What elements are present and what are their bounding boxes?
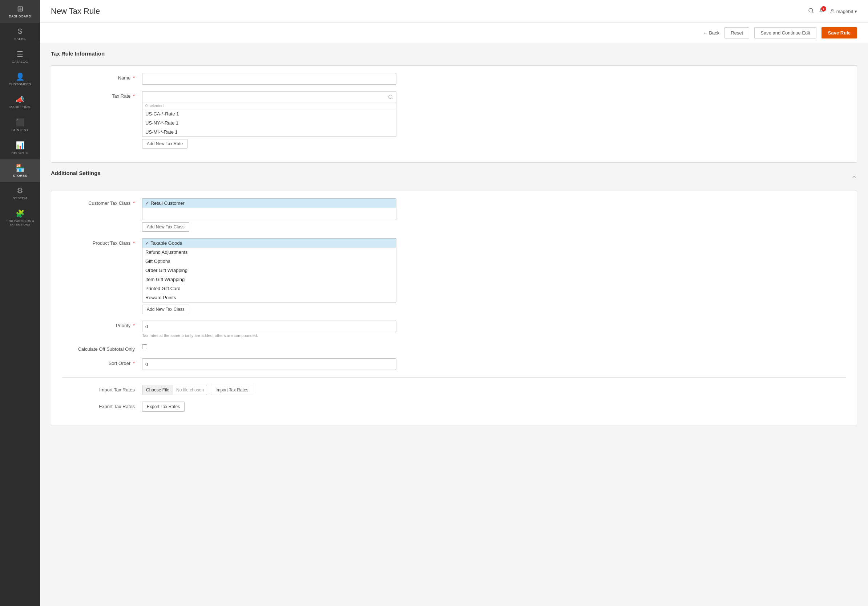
back-arrow-icon: ←	[703, 30, 707, 36]
sidebar-item-stores[interactable]: 🏪 STORES	[0, 159, 40, 182]
marketing-icon: 📣	[16, 95, 25, 104]
tax-rule-section: Tax Rule Information Name * Tax Rate	[51, 51, 857, 163]
customers-icon: 👤	[16, 72, 25, 81]
chevron-up-icon	[851, 174, 857, 180]
reset-button[interactable]: Reset	[724, 27, 749, 39]
sidebar-item-system[interactable]: ⚙ SYSTEM	[0, 182, 40, 205]
export-tax-rates-button[interactable]: Export Tax Rates	[142, 402, 184, 412]
svg-point-2	[831, 9, 833, 11]
customer-tax-class-option-retail[interactable]: ✓ Retail Customer	[143, 199, 396, 208]
tax-rule-section-title: Tax Rule Information	[51, 51, 857, 60]
product-tax-class-option-refund[interactable]: Refund Adjustments	[143, 247, 396, 257]
sidebar-item-reports[interactable]: 📊 REPORTS	[0, 136, 40, 159]
sidebar-item-marketing[interactable]: 📣 MARKETING	[0, 91, 40, 114]
name-label: Name *	[62, 73, 142, 80]
sidebar-label-dashboard: DASHBOARD	[9, 14, 31, 19]
sidebar-item-extensions[interactable]: 🧩 FIND PARTNERS & EXTENSIONS	[0, 205, 40, 230]
sidebar-item-content[interactable]: ⬛ CONTENT	[0, 114, 40, 136]
tax-rate-control: 0 selected US-CA-*-Rate 1 US-NY-*-Rate 1…	[142, 91, 397, 148]
product-tax-class-option-reward[interactable]: Reward Points	[143, 293, 396, 302]
customer-tax-class-control: ✓ Retail Customer Add New Tax Class	[142, 198, 397, 232]
calculate-off-subtotal-label: Calculate Off Subtotal Only	[62, 344, 142, 352]
file-name-label: No file chosen	[173, 387, 207, 393]
product-tax-class-option-gift[interactable]: Gift Options	[143, 257, 396, 266]
sidebar-item-sales[interactable]: $ SALES	[0, 23, 40, 45]
calculate-off-subtotal-checkbox[interactable]	[142, 344, 147, 349]
priority-input[interactable]	[142, 321, 397, 332]
priority-row: Priority * Tax rates at the same priorit…	[62, 321, 846, 338]
file-input-container: Choose File No file chosen	[142, 385, 207, 395]
sidebar-item-dashboard[interactable]: ⊞ DASHBOARD	[0, 0, 40, 23]
additional-settings-section: Additional Settings Customer Tax Class *	[51, 170, 857, 426]
priority-required-indicator: *	[133, 323, 135, 328]
tax-rate-listbox: 0 selected US-CA-*-Rate 1 US-NY-*-Rate 1…	[142, 91, 397, 137]
main-content: New Tax Rule 1 magebit ▾ ← Back Reset Sa…	[40, 0, 868, 606]
tax-rate-options: US-CA-*-Rate 1 US-NY-*-Rate 1 US-MI-*-Ra…	[143, 109, 396, 136]
sidebar-label-reports: REPORTS	[12, 151, 29, 155]
product-tax-class-label: Product Tax Class *	[62, 238, 142, 246]
list-item[interactable]: US-NY-*-Rate 1	[143, 118, 396, 127]
priority-control: Tax rates at the same priority are added…	[142, 321, 397, 338]
additional-settings-title: Additional Settings	[51, 170, 101, 179]
name-input[interactable]	[142, 73, 397, 85]
reports-icon: 📊	[16, 141, 25, 150]
sidebar-label-content: CONTENT	[12, 128, 29, 132]
choose-file-button[interactable]: Choose File	[143, 385, 173, 395]
sidebar-label-sales: SALES	[14, 37, 26, 41]
sidebar-item-catalog[interactable]: ☰ CATALOG	[0, 45, 40, 68]
import-row: Choose File No file chosen Import Tax Ra…	[142, 385, 397, 395]
tax-rate-label: Tax Rate *	[62, 91, 142, 99]
add-customer-tax-class-button[interactable]: Add New Tax Class	[142, 222, 189, 232]
back-button[interactable]: ← Back	[703, 30, 719, 36]
tax-rule-card: Name * Tax Rate *	[51, 65, 857, 163]
extensions-icon: 🧩	[16, 209, 25, 218]
export-tax-rates-control: Export Tax Rates	[142, 402, 397, 412]
header-icons: 1 magebit ▾	[808, 8, 857, 15]
product-tax-class-option-item-gift-wrap[interactable]: Item Gift Wrapping	[143, 275, 396, 284]
sidebar-label-customers: CUSTOMERS	[9, 82, 31, 87]
tax-rate-hint: 0 selected	[143, 102, 396, 109]
customer-tax-required-indicator: *	[133, 201, 135, 206]
add-product-tax-class-button[interactable]: Add New Tax Class	[142, 305, 189, 314]
save-continue-button[interactable]: Save and Continue Edit	[754, 27, 817, 39]
user-menu-button[interactable]: magebit ▾	[830, 9, 857, 14]
sort-order-row: Sort Order *	[62, 359, 846, 370]
notification-button[interactable]: 1	[819, 8, 825, 15]
priority-hint: Tax rates at the same priority are added…	[142, 333, 397, 338]
stores-icon: 🏪	[16, 164, 25, 173]
save-rule-button[interactable]: Save Rule	[822, 27, 857, 39]
sidebar-item-customers[interactable]: 👤 CUSTOMERS	[0, 68, 40, 91]
product-tax-required-indicator: *	[133, 240, 135, 246]
sidebar-label-stores: STORES	[13, 174, 27, 178]
sidebar-label-marketing: MARKETING	[9, 105, 31, 109]
import-tax-rates-row: Import Tax Rates Choose File No file cho…	[62, 385, 846, 395]
export-tax-rates-row: Export Tax Rates Export Tax Rates	[62, 402, 846, 412]
product-tax-class-option-taxable[interactable]: ✓ Taxable Goods	[143, 238, 396, 247]
tax-rate-search[interactable]	[143, 91, 396, 102]
dashboard-icon: ⊞	[17, 5, 23, 13]
sidebar-label-catalog: CATALOG	[12, 60, 28, 64]
sort-order-input[interactable]	[142, 359, 397, 370]
collapse-button[interactable]	[851, 174, 857, 181]
sort-order-control	[142, 359, 397, 370]
list-item[interactable]: US-CA-*-Rate 1	[143, 109, 396, 118]
tax-rate-required-indicator: *	[133, 93, 135, 99]
svg-line-1	[812, 12, 813, 13]
sidebar: ⊞ DASHBOARD $ SALES ☰ CATALOG 👤 CUSTOMER…	[0, 0, 40, 606]
name-row: Name *	[62, 73, 846, 85]
import-tax-rates-button[interactable]: Import Tax Rates	[211, 385, 253, 395]
product-tax-class-option-order-gift-wrap[interactable]: Order Gift Wrapping	[143, 266, 396, 275]
product-tax-class-row: Product Tax Class * ✓ Taxable Goods Refu…	[62, 238, 846, 314]
notification-badge-count: 1	[821, 6, 826, 11]
sidebar-label-system: SYSTEM	[13, 196, 27, 201]
list-item[interactable]: US-MI-*-Rate 1	[143, 127, 396, 136]
additional-settings-header: Additional Settings	[51, 170, 857, 185]
system-icon: ⚙	[17, 186, 23, 195]
username-label: magebit	[836, 9, 853, 14]
name-control	[142, 73, 397, 85]
search-button[interactable]	[808, 8, 814, 15]
product-tax-class-option-printed-gift[interactable]: Printed Gift Card	[143, 284, 396, 293]
add-new-tax-rate-button[interactable]: Add New Tax Rate	[142, 139, 188, 148]
chevron-down-icon: ▾	[854, 9, 857, 14]
customer-tax-class-label: Customer Tax Class *	[62, 198, 142, 206]
